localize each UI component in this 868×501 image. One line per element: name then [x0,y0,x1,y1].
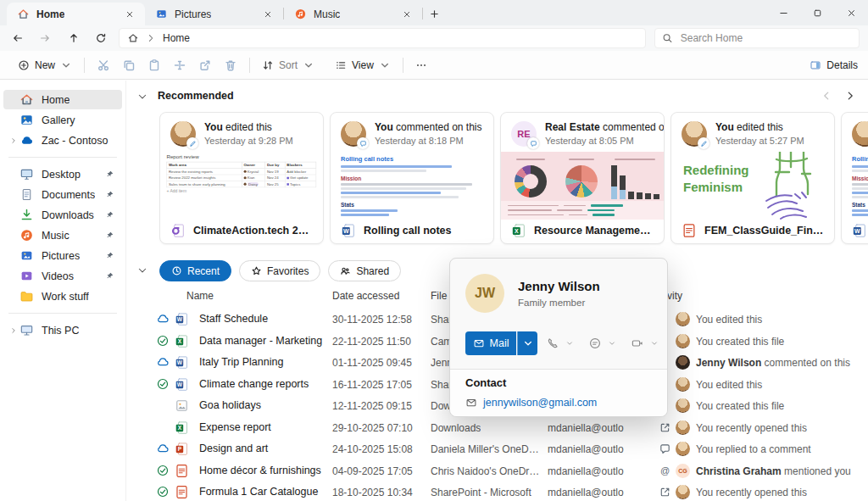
comment-icon [359,140,367,148]
sidebar-item-label: Pictures [42,250,80,262]
sidebar-item-pictures[interactable]: Pictures [3,246,122,265]
recommended-card[interactable]: Rolling call notesMissionStatsW [841,112,868,244]
new-button[interactable]: New [12,56,78,75]
search-box[interactable] [654,28,860,48]
recommended-card[interactable]: You edited thisYesterday at 9:28 PMRepor… [159,112,324,244]
tab-close-button[interactable] [398,6,415,23]
chat-dropdown-button[interactable] [608,339,616,348]
mail-dropdown-button[interactable] [517,331,537,355]
details-button[interactable]: Details [810,59,858,71]
people-icon [340,265,351,276]
sidebar-item-gallery[interactable]: Gallery [3,110,122,130]
open-indicator-icon [659,486,671,498]
recommended-card[interactable]: You edited thisYesterday at 5:27 PMRedef… [670,112,835,244]
column-header-date-accessed[interactable]: Date accessed [332,290,399,302]
sidebar-item-label: Zac - Contoso [42,135,108,147]
sidebar-item-documents[interactable]: Documents [3,185,122,204]
minimize-button[interactable] [766,0,800,25]
date-accessed: 30-11-2025 12:58 [332,314,412,326]
video-call-button[interactable] [631,337,644,350]
share-button[interactable] [192,54,218,76]
details-label: Details [826,59,858,71]
tab-pictures[interactable]: Pictures [145,3,283,25]
expand-chevron-icon[interactable] [7,326,19,335]
rename-icon [173,58,186,72]
filter-favorites[interactable]: Favorites [239,260,320,281]
tab-close-button[interactable] [259,6,276,23]
plus-icon [429,8,440,19]
sidebar-item-zac-contoso[interactable]: Zac - Contoso [3,131,122,150]
copy-button[interactable] [116,54,142,76]
recommended-card[interactable]: REReal Estate commented on thisYesterday… [500,112,665,244]
sort-button[interactable]: Sort [256,56,320,75]
collapse-chevron-icon[interactable] [136,264,148,276]
view-label: View [352,59,374,71]
call-button[interactable] [546,337,559,350]
card-footer: XResource Management_Oct [501,218,664,243]
refresh-button[interactable] [90,28,112,48]
excelfile-icon: X [175,334,189,348]
pictures-side-icon [19,248,34,263]
sidebar-item-videos[interactable]: Videos [3,266,122,286]
breadcrumb[interactable]: Home [119,28,646,48]
paste-button[interactable] [142,54,167,76]
rename-button[interactable] [167,54,192,76]
expand-chevron-icon[interactable] [7,136,19,145]
delete-icon [224,58,237,72]
file-row[interactable]: PDesign and art24-10-2025 15:08Daniela M… [125,438,868,460]
filter-recent[interactable]: Recent [159,260,231,281]
sidebar-item-home[interactable]: Home [3,90,122,109]
close-button[interactable] [834,0,868,25]
filter-label: Favorites [267,265,309,277]
maximize-button[interactable] [800,0,834,25]
card-preview: Report reviewWork areaOwnerDue byBlocker… [160,152,323,220]
tab-close-button[interactable] [121,6,138,23]
excelfile-icon: X [511,223,526,238]
carousel-next-button[interactable] [844,90,856,102]
video-dropdown-button[interactable] [650,339,659,348]
new-tab-button[interactable] [423,3,445,25]
file-row[interactable]: Home décor & furnishings04-09-2025 17:05… [125,460,868,482]
card-file-name: Resource Management_Oct [534,225,654,237]
column-header-name[interactable]: Name [186,290,214,302]
pin-icon [105,271,114,281]
mini-grid [501,201,664,220]
sidebar-item-downloads[interactable]: Downloads [3,205,122,225]
call-dropdown-button[interactable] [565,339,574,348]
synced-check-icon [156,334,170,348]
tab-music[interactable]: Music [284,3,422,25]
chat-button[interactable] [588,337,602,350]
shared-with: mdaniella@outlo... [548,443,624,455]
tab-home[interactable]: Home [7,3,145,25]
recommended-card[interactable]: You commented on thisYesterday at 8:18 P… [330,112,494,244]
sidebar-item-label: Music [42,230,70,242]
pin-icon [105,251,114,260]
sidebar-item-desktop[interactable]: Desktop [3,164,122,184]
file-row[interactable]: XExpense report29-10-2025 07:10Downloads… [125,417,868,439]
doc-title: Rolling call notes [852,155,868,163]
date-accessed: 24-10-2025 15:08 [332,443,413,455]
mail-button[interactable]: Mail [465,331,516,355]
card-header: REReal Estate commented on thisYesterday… [511,121,657,147]
card-preview: Rolling call notesMissionStats [331,152,493,220]
collapse-chevron-icon[interactable] [136,91,148,103]
back-button[interactable] [7,28,29,48]
legs-hands-drawing [753,152,831,220]
forward-button[interactable] [34,28,56,48]
up-button[interactable] [63,28,85,48]
file-row[interactable]: Formula 1 Car Catalogue18-10-2025 10:34S… [125,482,868,501]
delete-button[interactable] [218,54,243,76]
filter-shared[interactable]: Shared [328,260,401,281]
sidebar-item-work-stuff[interactable]: Work stuff [3,287,122,306]
sidebar-item-music[interactable]: Music [3,225,122,245]
downloads-icon [19,208,34,222]
more-options-button[interactable] [409,56,433,75]
sidebar-item-this-pc[interactable]: This PC [3,320,122,340]
cut-button[interactable] [91,54,116,76]
pie-chart [565,165,598,198]
view-button[interactable]: View [329,56,397,75]
contact-email-link[interactable]: jennywilson@gmail.com [483,397,597,409]
card-timestamp: Yesterday at 8:18 PM [375,136,482,146]
carousel-previous-button[interactable] [821,90,832,102]
search-input[interactable] [679,31,852,45]
